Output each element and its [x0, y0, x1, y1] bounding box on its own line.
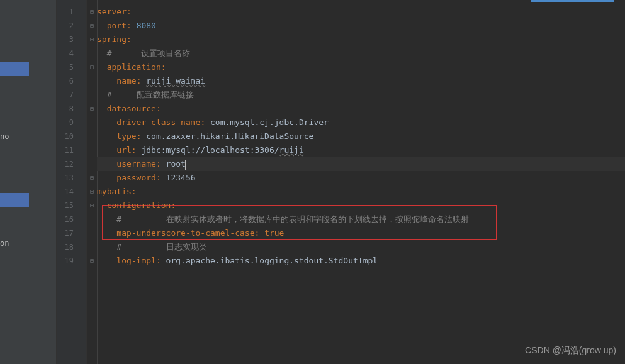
watermark: CSDN @冯浩(grow up) — [525, 345, 616, 356]
project-selection-1[interactable] — [0, 62, 29, 76]
fold-marker[interactable] — [87, 116, 97, 130]
code-line[interactable]: # 在映射实体或者时，将数据库中的表明和字段名的下划线去掉，按照驼峰命名法映射 — [97, 212, 625, 226]
fold-marker[interactable] — [87, 226, 97, 240]
project-text-1: no — [0, 132, 9, 141]
code-line[interactable]: datasource: — [97, 102, 625, 116]
project-selection-2[interactable] — [0, 193, 29, 207]
fold-marker[interactable] — [87, 74, 97, 88]
project-panel[interactable]: no on — [0, 0, 57, 364]
code-line[interactable]: name: ruiji_waimai — [97, 74, 625, 88]
fold-marker[interactable]: ⊟ — [87, 33, 97, 47]
line-number[interactable]: 17 — [57, 226, 86, 240]
code-line-current[interactable]: username: root — [97, 157, 625, 171]
editor-area: 1 2 3 4 5 6 7 8 9 10 11 12 13 14 15 16 1… — [57, 0, 625, 364]
code-line[interactable]: configuration: — [97, 199, 625, 212]
line-number[interactable]: 14 — [57, 185, 86, 199]
fold-marker[interactable] — [87, 130, 97, 143]
line-number[interactable]: 2 — [57, 19, 86, 33]
line-number-gutter[interactable]: 1 2 3 4 5 6 7 8 9 10 11 12 13 14 15 16 1… — [57, 0, 87, 364]
line-number[interactable]: 1 — [57, 5, 86, 19]
line-number[interactable]: 4 — [57, 47, 86, 60]
line-number[interactable]: 11 — [57, 143, 86, 157]
line-number[interactable]: 15 — [57, 199, 86, 212]
code-line[interactable]: type: com.zaxxer.hikari.HikariDataSource — [97, 130, 625, 143]
line-number[interactable]: 13 — [57, 171, 86, 185]
text-caret — [185, 160, 186, 170]
project-text-2: on — [0, 239, 9, 248]
line-number[interactable]: 16 — [57, 212, 86, 226]
code-line[interactable]: # 设置项目名称 — [97, 47, 625, 60]
line-number[interactable]: 6 — [57, 74, 86, 88]
fold-marker[interactable]: ⊟ — [87, 102, 97, 116]
code-line[interactable]: server: — [97, 5, 625, 19]
fold-marker[interactable] — [87, 157, 97, 171]
fold-marker[interactable]: ⊟ — [87, 171, 97, 185]
line-number[interactable]: 10 — [57, 130, 86, 143]
code-line[interactable]: spring: — [97, 33, 625, 47]
code-line[interactable]: log-impl: org.apache.ibatis.logging.stdo… — [97, 254, 625, 268]
root-layout: no on 1 2 3 4 5 6 7 8 9 10 11 12 13 14 1… — [0, 0, 625, 364]
fold-marker[interactable] — [87, 143, 97, 157]
fold-marker[interactable]: ⊟ — [87, 254, 97, 268]
code-line[interactable]: # 配置数据库链接 — [97, 88, 625, 102]
fold-marker[interactable]: ⊟ — [87, 19, 97, 33]
code-line[interactable]: driver-class-name: com.mysql.cj.jdbc.Dri… — [97, 116, 625, 130]
line-number[interactable]: 18 — [57, 240, 86, 254]
code-line[interactable]: port: 8080 — [97, 19, 625, 33]
code-line[interactable]: application: — [97, 60, 625, 74]
fold-marker[interactable] — [87, 212, 97, 226]
line-number[interactable]: 5 — [57, 60, 86, 74]
code-line[interactable]: map-underscore-to-camel-case: true — [97, 226, 625, 240]
fold-marker[interactable]: ⊟ — [87, 185, 97, 199]
code-line[interactable]: url: jdbc:mysql://localhost:3306/ruiji — [97, 143, 625, 157]
line-number[interactable]: 12 — [57, 157, 86, 171]
code-line[interactable]: mybatis: — [97, 185, 625, 199]
code-editor[interactable]: server: port: 8080 spring: # 设置项目名称 appl… — [97, 0, 625, 364]
code-line[interactable]: password: 123456 — [97, 171, 625, 185]
line-number[interactable]: 9 — [57, 116, 86, 130]
fold-marker[interactable]: ⊟ — [87, 5, 97, 19]
line-number[interactable]: 7 — [57, 88, 86, 102]
code-line[interactable]: # 日志实现类 — [97, 240, 625, 254]
fold-marker[interactable] — [87, 47, 97, 60]
line-number[interactable]: 3 — [57, 33, 86, 47]
fold-marker[interactable] — [87, 240, 97, 254]
line-number[interactable]: 19 — [57, 254, 86, 268]
line-number[interactable]: 8 — [57, 102, 86, 116]
fold-marker[interactable]: ⊟ — [87, 60, 97, 74]
fold-marker[interactable] — [87, 88, 97, 102]
fold-column[interactable]: ⊟ ⊟ ⊟ ⊟ ⊟ ⊟ ⊟ ⊟ ⊟ — [87, 0, 97, 364]
fold-marker[interactable]: ⊟ — [87, 199, 97, 212]
